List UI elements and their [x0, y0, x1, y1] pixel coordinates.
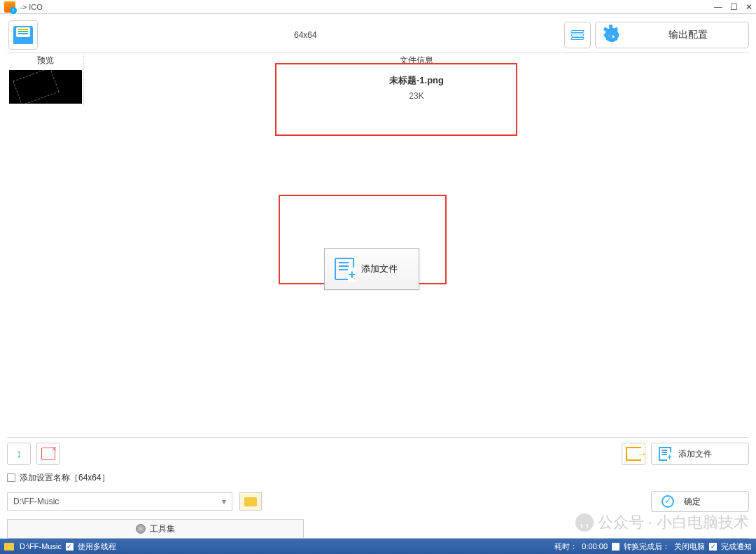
after-convert-label: 转换完成后： [624, 541, 670, 552]
file-size: 23K [84, 91, 749, 101]
tab-toolset[interactable]: 工具集 [7, 519, 304, 538]
wechat-icon [575, 513, 594, 532]
watermark: 公众号 · 小白电脑技术 [575, 512, 749, 533]
fileinfo-header: 文件信息 [84, 55, 749, 67]
file-row[interactable]: 未标题-1.png 23K [7, 67, 749, 106]
app-icon [4, 1, 15, 13]
output-config-button[interactable]: 输出配置 [595, 22, 749, 48]
window-title: -> ICO [20, 3, 43, 11]
output-path-dropdown[interactable]: D:\FF-Music ▾ [7, 492, 232, 511]
preview-header: 预览 [7, 55, 84, 67]
output-config-label: 输出配置 [628, 29, 748, 41]
drawer-icon [13, 26, 33, 44]
close-icon[interactable]: ✕ [745, 3, 753, 11]
folder-icon [4, 543, 14, 550]
statusbar: D:\FF-Music 使用多线程 耗时： 0:00:00 转换完成后： 关闭电… [0, 539, 756, 554]
multithread-checkbox[interactable] [66, 543, 74, 550]
export-icon [626, 447, 641, 461]
column-headers: 预览 文件信息 [7, 53, 749, 67]
add-config-name-label: 添加设置名称［64x64］ [20, 472, 110, 484]
remove-button[interactable] [36, 443, 60, 465]
preview-cell [7, 67, 84, 106]
notify-checkbox[interactable] [709, 543, 717, 550]
file-info-cell: 未标题-1.png 23K [84, 67, 749, 106]
notify-label: 完成通知 [721, 541, 752, 552]
browse-folder-button[interactable] [239, 492, 262, 511]
toolbar: 64x64 输出配置 [7, 17, 749, 53]
check-circle-icon [662, 495, 674, 508]
bottom-panel: 添加文件 添加设置名称［64x64］ D:\FF-Music ▾ 确定 [7, 442, 749, 513]
multithread-label: 使用多线程 [78, 541, 116, 552]
layers-button[interactable] [564, 22, 591, 48]
confirm-button[interactable]: 确定 [651, 491, 749, 512]
output-path-value: D:\FF-Music [13, 497, 59, 506]
document-add-icon [335, 258, 354, 280]
tab-toolset-label: 工具集 [150, 523, 175, 535]
layers-icon [571, 30, 584, 40]
chevron-down-icon: ▾ [222, 497, 226, 506]
add-file-label: 添加文件 [361, 263, 398, 275]
status-path: D:\FF-Music [20, 542, 62, 550]
remove-icon [41, 448, 55, 460]
titlebar: -> ICO — ☐ ✕ [0, 0, 756, 14]
main-area: 添加文件 [7, 106, 749, 437]
thumbnail [9, 70, 82, 104]
add-file-button[interactable]: 添加文件 [324, 248, 419, 290]
export-button[interactable] [622, 443, 645, 465]
drawer-button[interactable] [8, 20, 38, 50]
confirm-label: 确定 [684, 496, 701, 508]
add-file-button-2[interactable]: 添加文件 [651, 443, 749, 465]
sort-icon [16, 448, 22, 460]
sort-button[interactable] [7, 443, 31, 465]
file-name: 未标题-1.png [84, 74, 749, 87]
add-file-label-2: 添加文件 [678, 448, 712, 460]
minimize-icon[interactable]: — [714, 3, 722, 11]
maximize-icon[interactable]: ☐ [729, 3, 738, 11]
separator [7, 437, 749, 438]
after-convert-checkbox[interactable] [612, 543, 620, 550]
add-config-name-checkbox[interactable] [7, 473, 15, 482]
gear-icon [603, 26, 621, 44]
size-label: 64x64 [294, 30, 317, 40]
document-add-icon-small [659, 447, 671, 461]
elapsed-value: 0:00:00 [582, 542, 608, 550]
elapsed-label: 耗时： [554, 541, 578, 552]
after-convert-value: 关闭电脑 [674, 541, 705, 552]
watermark-text: 公众号 · 小白电脑技术 [598, 512, 749, 533]
tool-icon [136, 524, 146, 534]
